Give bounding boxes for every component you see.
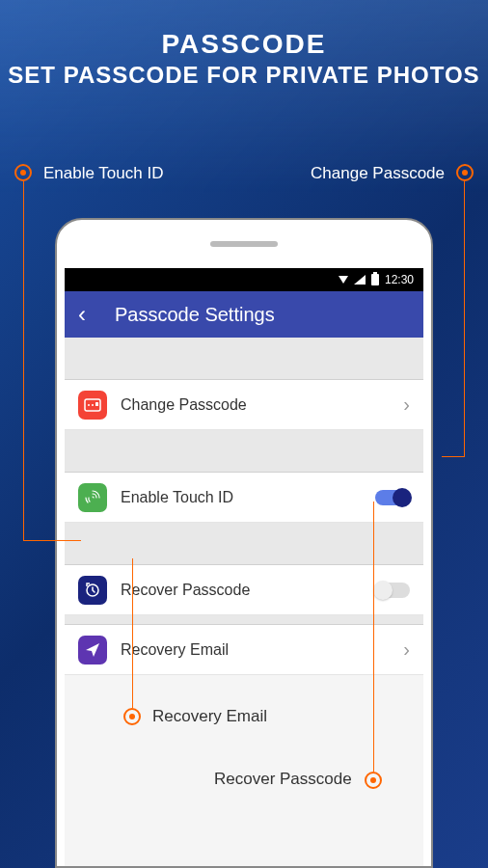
- app-title: Passcode Settings: [115, 304, 275, 326]
- section-spacer: [65, 615, 423, 625]
- app-header: ‹ Passcode Settings: [65, 291, 423, 338]
- promo-header: PASSCODE SET PASSCODE FOR PRIVATE PHOTOS: [0, 0, 488, 89]
- fingerprint-icon: [78, 483, 107, 512]
- section-spacer: [65, 338, 423, 380]
- callout-dot-icon: [456, 164, 474, 181]
- back-icon[interactable]: ‹: [78, 301, 86, 328]
- callout-line: [442, 456, 465, 457]
- dropdown-icon: [339, 276, 348, 284]
- change-passcode-label: Change Passcode: [121, 396, 403, 414]
- phone-speaker: [210, 241, 278, 247]
- touchid-toggle[interactable]: [375, 490, 410, 505]
- svg-point-2: [92, 404, 94, 406]
- recover-icon: [78, 576, 107, 605]
- promo-subtitle: SET PASSCODE FOR PRIVATE PHOTOS: [0, 62, 488, 89]
- recovery-email-label: Recovery Email: [121, 641, 403, 659]
- callout-dot-icon: [14, 164, 32, 181]
- callout-recovery-email: Recovery Email: [152, 707, 267, 726]
- battery-icon: [371, 274, 379, 285]
- change-passcode-row[interactable]: Change Passcode ›: [65, 380, 423, 430]
- callout-enable-touchid: Enable Touch ID: [43, 164, 163, 183]
- recover-toggle[interactable]: [375, 583, 410, 598]
- enable-touchid-row[interactable]: Enable Touch ID: [65, 473, 423, 523]
- recovery-email-row[interactable]: Recovery Email ›: [65, 625, 423, 675]
- section-spacer: [65, 430, 423, 473]
- callout-line: [464, 181, 465, 456]
- enable-touchid-label: Enable Touch ID: [121, 489, 375, 506]
- send-icon: [78, 636, 107, 665]
- chevron-right-icon: ›: [403, 638, 410, 661]
- callout-dot-icon: [123, 708, 141, 725]
- svg-point-1: [88, 404, 90, 406]
- callout-dot-icon: [365, 772, 382, 789]
- callout-line: [132, 558, 133, 708]
- status-time: 12:30: [385, 273, 414, 286]
- signal-icon: [354, 275, 366, 285]
- section-spacer: [65, 523, 423, 565]
- callout-line: [373, 502, 374, 772]
- callout-recover-passcode: Recover Passcode: [214, 770, 352, 789]
- recover-passcode-row[interactable]: Recover Passcode: [65, 565, 423, 615]
- callout-change-passcode: Change Passcode: [311, 164, 445, 183]
- svg-rect-3: [95, 402, 98, 406]
- callout-line: [23, 540, 81, 541]
- recover-passcode-label: Recover Passcode: [121, 582, 375, 599]
- promo-title: PASSCODE: [0, 29, 488, 60]
- chevron-right-icon: ›: [403, 393, 410, 416]
- passcode-icon: [78, 391, 107, 420]
- callout-line: [23, 181, 24, 540]
- android-status-bar: 12:30: [65, 268, 423, 291]
